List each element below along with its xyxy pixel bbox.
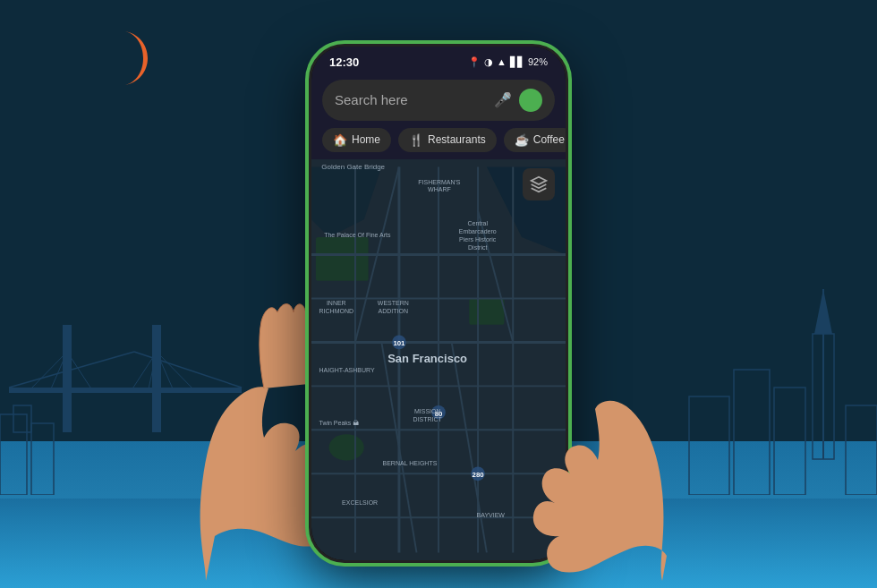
svg-text:280: 280 (473, 471, 485, 479)
mic-icon[interactable]: 🎤 (494, 91, 512, 108)
restaurants-icon: 🍴 (409, 133, 423, 147)
profile-dot[interactable] (519, 89, 542, 112)
chip-coffee[interactable]: ☕ Coffee (504, 128, 566, 152)
svg-rect-22 (846, 405, 877, 495)
status-icons: 📍 ◑ ▲ ▋▋ 92% (468, 56, 548, 68)
svg-marker-17 (814, 289, 832, 334)
svg-point-25 (329, 434, 364, 460)
svg-line-41 (452, 342, 487, 552)
wifi-icon: ▲ (497, 56, 507, 67)
battery-text: 92% (528, 56, 548, 67)
signal-icon: ▋▋ (510, 56, 524, 68)
chip-home-label: Home (352, 133, 380, 146)
svg-rect-19 (734, 370, 770, 495)
svg-rect-15 (13, 405, 31, 432)
search-bar[interactable]: Search here 🎤 (322, 80, 555, 121)
location-icon: 📍 (468, 56, 481, 68)
svg-rect-3 (152, 325, 161, 432)
hand-phone-container: 12:30 📍 ◑ ▲ ▋▋ 92% Search here 🎤 (215, 26, 662, 581)
chip-coffee-label: Coffee (533, 133, 565, 146)
search-placeholder: Search here (335, 92, 487, 107)
chip-home[interactable]: 🏠 Home (322, 128, 391, 152)
chips-row: 🏠 Home 🍴 Restaurants ☕ Coffee 🍸 B... (311, 128, 566, 159)
svg-rect-14 (31, 423, 54, 495)
coffee-icon: ☕ (515, 133, 529, 147)
svg-text:101: 101 (393, 339, 405, 347)
svg-rect-24 (469, 298, 504, 324)
chip-restaurants-label: Restaurants (428, 133, 486, 146)
svg-text:80: 80 (435, 409, 443, 417)
chip-restaurants[interactable]: 🍴 Restaurants (398, 128, 497, 152)
status-bar: 12:30 📍 ◑ ▲ ▋▋ 92% (311, 47, 566, 74)
status-time: 12:30 (329, 55, 359, 69)
hand-right (519, 241, 680, 581)
svg-rect-23 (316, 236, 369, 280)
layers-button[interactable] (523, 168, 555, 200)
brightness-icon: ◑ (484, 56, 493, 68)
skyline-right (680, 280, 877, 499)
svg-rect-21 (689, 396, 729, 495)
svg-rect-20 (774, 388, 805, 495)
home-icon: 🏠 (333, 133, 347, 147)
